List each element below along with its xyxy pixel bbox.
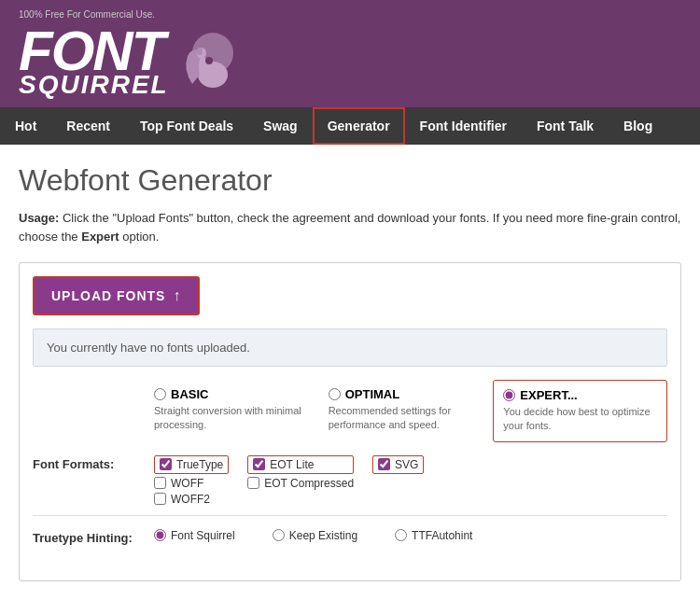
- nav-link-recent[interactable]: Recent: [51, 107, 125, 145]
- logo-area: FONT SQUIRREL: [19, 23, 681, 107]
- format-eot-lite-checkbox[interactable]: [253, 458, 265, 470]
- mode-expert-text: EXPERT...: [520, 388, 577, 402]
- mode-basic-radio[interactable]: [154, 388, 166, 400]
- svg-point-5: [197, 48, 203, 55]
- mode-optimal-label[interactable]: OPTIMAL: [329, 387, 484, 401]
- format-group-1: TrueType WOFF WOFF2: [154, 455, 229, 506]
- hinting-ttfautohint[interactable]: TTFAutohint: [395, 529, 472, 542]
- mode-expert-radio[interactable]: [503, 389, 515, 401]
- mode-basic-label[interactable]: BASIC: [154, 387, 310, 401]
- format-woff-label: WOFF: [171, 477, 203, 490]
- logo: FONT SQUIRREL: [19, 23, 239, 98]
- nav-item-recent[interactable]: Recent: [51, 107, 125, 145]
- format-eot-compressed[interactable]: EOT Compressed: [247, 477, 354, 490]
- format-woff2[interactable]: WOFF2: [154, 493, 229, 506]
- hinting-keep-existing-radio[interactable]: [273, 529, 285, 541]
- nav-item-font-identifier[interactable]: Font Identifier: [405, 107, 522, 145]
- nav-link-font-talk[interactable]: Font Talk: [522, 107, 609, 145]
- hinting-font-squirrel-radio[interactable]: [154, 529, 166, 541]
- mode-expert-label[interactable]: EXPERT...: [503, 388, 657, 402]
- svg-point-3: [205, 57, 213, 64]
- format-woff-checkbox[interactable]: [154, 477, 166, 489]
- nav-item-blog[interactable]: Blog: [609, 107, 667, 145]
- format-eot-lite[interactable]: EOT Lite: [247, 455, 354, 474]
- main-content: Webfont Generator Usage: Click the "Uplo…: [0, 145, 700, 600]
- format-eot-compressed-label: EOT Compressed: [264, 477, 354, 490]
- mode-basic[interactable]: BASIC Straight conversion with minimal p…: [145, 380, 319, 442]
- squirrel-icon: [174, 33, 239, 93]
- mode-expert-desc: You decide how best to optimize your fon…: [503, 405, 657, 434]
- format-truetype[interactable]: TrueType: [154, 455, 229, 474]
- nav-link-top-font-deals[interactable]: Top Font Deals: [125, 107, 248, 145]
- nav-item-top-font-deals[interactable]: Top Font Deals: [125, 107, 248, 145]
- hinting-keep-existing[interactable]: Keep Existing: [273, 529, 357, 542]
- format-woff2-checkbox[interactable]: [154, 493, 166, 505]
- mode-basic-desc: Straight conversion with minimal process…: [154, 404, 310, 433]
- font-formats-row: Font Formats: TrueType WOFF WOFF2: [33, 455, 667, 516]
- format-svg-label: SVG: [395, 458, 418, 471]
- font-formats-content: TrueType WOFF WOFF2 EOT Lite: [154, 455, 667, 506]
- hinting-label: Truetype Hinting:: [33, 529, 154, 545]
- nav-link-generator[interactable]: Generator: [313, 107, 405, 145]
- mode-optimal-desc: Recommended settings for performance and…: [329, 404, 484, 433]
- format-eot-compressed-checkbox[interactable]: [247, 477, 259, 489]
- hinting-font-squirrel[interactable]: Font Squirrel: [154, 529, 235, 542]
- upload-section: UPLOAD FONTS ↑ You currently have no fon…: [19, 262, 681, 581]
- mode-selection: BASIC Straight conversion with minimal p…: [33, 380, 667, 442]
- mode-optimal-text: OPTIMAL: [345, 387, 400, 401]
- mode-expert[interactable]: EXPERT... You decide how best to optimiz…: [493, 380, 667, 442]
- format-woff2-label: WOFF2: [171, 493, 210, 506]
- format-truetype-checkbox[interactable]: [160, 458, 172, 470]
- hinting-font-squirrel-label: Font Squirrel: [171, 529, 235, 542]
- hinting-row: Truetype Hinting: Font Squirrel Keep Exi…: [33, 529, 667, 554]
- usage-prefix: Usage:: [19, 211, 59, 225]
- mode-basic-text: BASIC: [171, 387, 208, 401]
- hinting-options: Font Squirrel Keep Existing TTFAutohint: [154, 529, 667, 542]
- format-group-3: SVG: [372, 455, 424, 506]
- format-group-2: EOT Lite EOT Compressed: [247, 455, 354, 506]
- page-title: Webfont Generator: [19, 163, 681, 198]
- tagline: 100% Free For Commercial Use.: [19, 9, 681, 20]
- nav-link-blog[interactable]: Blog: [609, 107, 667, 145]
- format-eot-lite-label: EOT Lite: [270, 458, 314, 471]
- usage-suffix: option.: [122, 230, 159, 244]
- nav-item-font-talk[interactable]: Font Talk: [522, 107, 609, 145]
- font-formats-label: Font Formats:: [33, 455, 154, 471]
- format-svg[interactable]: SVG: [372, 455, 424, 474]
- format-svg-checkbox[interactable]: [378, 458, 390, 470]
- usage-expert: Expert: [81, 230, 119, 244]
- hinting-ttfautohint-label: TTFAutohint: [412, 529, 472, 542]
- no-fonts-message: You currently have no fonts uploaded.: [33, 328, 667, 367]
- mode-optimal[interactable]: OPTIMAL Recommended settings for perform…: [319, 380, 494, 442]
- logo-sub-text: SQUIRREL: [19, 72, 169, 98]
- upload-label: UPLOAD FONTS: [51, 288, 165, 303]
- nav-link-font-identifier[interactable]: Font Identifier: [405, 107, 522, 145]
- mode-optimal-radio[interactable]: [329, 388, 341, 400]
- nav-link-hot[interactable]: Hot: [0, 107, 51, 145]
- hinting-ttfautohint-radio[interactable]: [395, 529, 407, 541]
- site-header: 100% Free For Commercial Use. FONT SQUIR…: [0, 0, 700, 107]
- format-woff[interactable]: WOFF: [154, 477, 229, 490]
- nav-item-hot[interactable]: Hot: [0, 107, 51, 145]
- upload-fonts-button[interactable]: UPLOAD FONTS ↑: [33, 276, 200, 315]
- nav-item-swag[interactable]: Swag: [248, 107, 313, 145]
- nav-item-generator[interactable]: Generator: [313, 107, 405, 145]
- format-truetype-label: TrueType: [176, 458, 223, 471]
- upload-arrow-icon: ↑: [173, 287, 181, 304]
- nav-link-swag[interactable]: Swag: [248, 107, 313, 145]
- usage-text: Usage: Click the "Upload Fonts" button, …: [19, 209, 681, 245]
- hinting-keep-existing-label: Keep Existing: [289, 529, 357, 542]
- main-nav: Hot Recent Top Font Deals Swag Generator…: [0, 107, 700, 145]
